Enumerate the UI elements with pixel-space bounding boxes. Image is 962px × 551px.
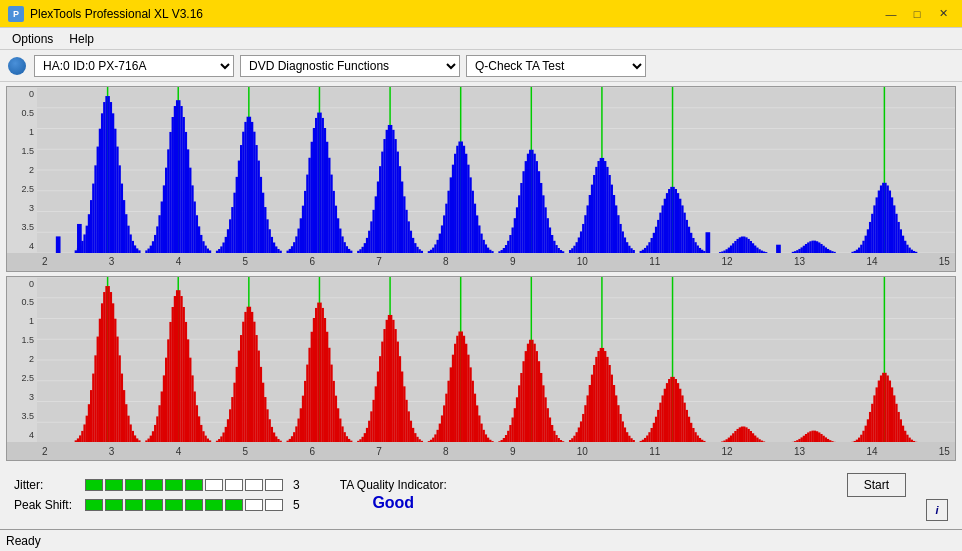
ta-quality-label: TA Quality Indicator: (340, 478, 447, 492)
bottom-x-labels: 23456789101112131415 (37, 446, 955, 457)
start-button[interactable]: Start (847, 473, 906, 497)
x-axis-label: 9 (510, 256, 516, 267)
bottom-chart-container: 4 3.5 3 2.5 2 1.5 1 0.5 0 23456789101112… (6, 276, 956, 462)
peak-shift-row: Peak Shift: 5 (14, 498, 300, 512)
jitter-value: 3 (293, 478, 300, 492)
drive-icon (6, 55, 28, 77)
progress-segment (85, 479, 103, 491)
peak-shift-bar (85, 499, 283, 511)
title-bar: P PlexTools Professional XL V3.16 — □ ✕ (0, 0, 962, 28)
app-icon: P (8, 6, 24, 22)
progress-segment (245, 499, 263, 511)
progress-segment (125, 479, 143, 491)
progress-segment (185, 479, 203, 491)
toolbar: HA:0 ID:0 PX-716A DVD Diagnostic Functio… (0, 50, 962, 82)
progress-segment (205, 499, 223, 511)
top-chart-area: 4 3.5 3 2.5 2 1.5 1 0.5 0 (7, 87, 955, 253)
progress-segment (245, 479, 263, 491)
x-axis-label: 13 (794, 446, 805, 457)
x-axis-label: 10 (577, 256, 588, 267)
bottom-chart-area: 4 3.5 3 2.5 2 1.5 1 0.5 0 (7, 277, 955, 443)
top-chart-container: 4 3.5 3 2.5 2 1.5 1 0.5 0 23456789101112… (6, 86, 956, 272)
x-axis-label: 3 (109, 256, 115, 267)
x-axis-label: 11 (649, 446, 660, 457)
x-axis-label: 13 (794, 256, 805, 267)
x-axis-label: 2 (42, 446, 48, 457)
progress-segment (205, 479, 223, 491)
jitter-row: Jitter: 3 (14, 478, 300, 492)
progress-segment (125, 499, 143, 511)
minimize-button[interactable]: — (880, 5, 902, 23)
drive-select[interactable]: HA:0 ID:0 PX-716A (34, 55, 234, 77)
x-axis-label: 4 (176, 446, 182, 457)
info-button[interactable]: i (926, 499, 948, 521)
progress-segment (225, 499, 243, 511)
title-text: PlexTools Professional XL V3.16 (30, 7, 203, 21)
bottom-chart-x-axis: 23456789101112131415 (7, 442, 955, 460)
bottom-chart-y-axis: 4 3.5 3 2.5 2 1.5 1 0.5 0 (7, 277, 37, 443)
x-axis-label: 12 (722, 256, 733, 267)
globe-icon (8, 57, 26, 75)
progress-segment (105, 479, 123, 491)
jitter-bar (85, 479, 283, 491)
x-axis-label: 9 (510, 446, 516, 457)
x-axis-label: 11 (649, 256, 660, 267)
progress-segment (225, 479, 243, 491)
x-axis-label: 6 (309, 446, 315, 457)
progress-segment (105, 499, 123, 511)
top-x-labels: 23456789101112131415 (37, 256, 955, 267)
ta-quality-section: TA Quality Indicator: Good (340, 478, 447, 512)
menu-options[interactable]: Options (4, 30, 61, 48)
x-axis-label: 2 (42, 256, 48, 267)
status-text: Ready (6, 534, 41, 548)
bottom-chart-canvas (37, 277, 955, 443)
x-axis-label: 12 (722, 446, 733, 457)
main-content: 4 3.5 3 2.5 2 1.5 1 0.5 0 23456789101112… (0, 82, 962, 529)
bottom-panel: Jitter: 3 Peak Shift: 5 TA Quality Indic… (6, 465, 956, 525)
progress-segment (185, 499, 203, 511)
peak-shift-value: 5 (293, 498, 300, 512)
status-bar: Ready (0, 529, 962, 551)
x-axis-label: 14 (866, 256, 877, 267)
progress-segment (165, 499, 183, 511)
progress-segment (145, 499, 163, 511)
x-axis-label: 10 (577, 446, 588, 457)
progress-segment (265, 479, 283, 491)
top-chart-canvas (37, 87, 955, 253)
x-axis-label: 15 (939, 256, 950, 267)
menu-bar: Options Help (0, 28, 962, 50)
x-axis-label: 8 (443, 256, 449, 267)
x-axis-label: 5 (243, 446, 249, 457)
ta-quality-value: Good (372, 494, 414, 512)
x-axis-label: 7 (376, 256, 382, 267)
top-chart-y-axis: 4 3.5 3 2.5 2 1.5 1 0.5 0 (7, 87, 37, 253)
jitter-label: Jitter: (14, 478, 79, 492)
x-axis-label: 8 (443, 446, 449, 457)
x-axis-label: 5 (243, 256, 249, 267)
progress-segment (165, 479, 183, 491)
progress-segment (85, 499, 103, 511)
maximize-button[interactable]: □ (906, 5, 928, 23)
x-axis-label: 4 (176, 256, 182, 267)
title-bar-left: P PlexTools Professional XL V3.16 (8, 6, 203, 22)
progress-segment (145, 479, 163, 491)
test-select[interactable]: Q-Check TA Test (466, 55, 646, 77)
x-axis-label: 15 (939, 446, 950, 457)
peak-shift-label: Peak Shift: (14, 498, 79, 512)
x-axis-label: 6 (309, 256, 315, 267)
x-axis-label: 7 (376, 446, 382, 457)
x-axis-label: 14 (866, 446, 877, 457)
x-axis-label: 3 (109, 446, 115, 457)
close-button[interactable]: ✕ (932, 5, 954, 23)
progress-segment (265, 499, 283, 511)
top-chart-x-axis: 23456789101112131415 (7, 253, 955, 271)
window-controls: — □ ✕ (880, 5, 954, 23)
menu-help[interactable]: Help (61, 30, 102, 48)
function-select[interactable]: DVD Diagnostic Functions (240, 55, 460, 77)
